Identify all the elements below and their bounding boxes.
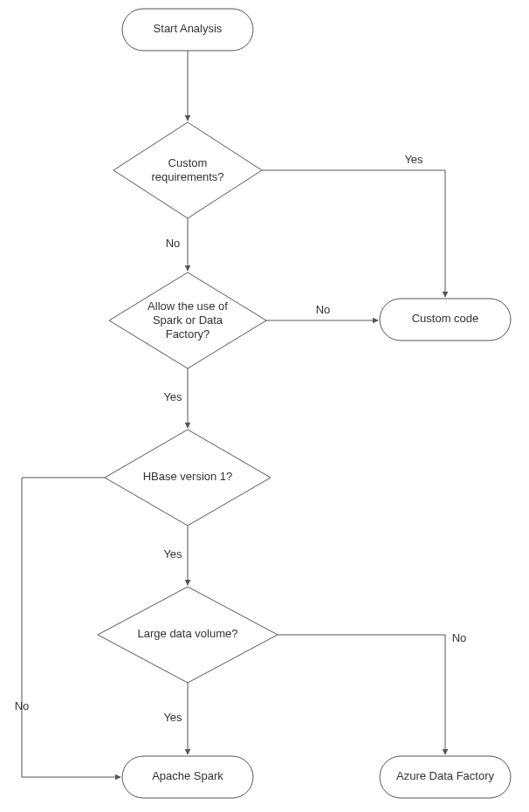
node-d4: Large data volume? [98,587,278,683]
node-d2-line2: Spark or Data [153,313,223,327]
node-spark: Apache Spark [122,756,253,798]
edge-d4-adf-label: No [452,631,467,644]
edge-d3-spark-label: No [15,699,30,712]
node-adf: Azure Data Factory [380,756,511,798]
edge-d2-custom-label: No [316,303,331,316]
node-d1: Custom requirements? [113,122,262,218]
node-start-label: Start Analysis [154,22,223,35]
node-start: Start Analysis [122,9,253,51]
edge-d2-d3-label: Yes [163,390,182,403]
node-custom-label: Custom code [412,312,479,325]
edge-d4-adf [278,635,445,754]
flowchart: Start Analysis Custom requirements? Yes … [0,0,529,812]
node-d1-line2: requirements? [151,170,223,183]
edge-d3-d4-label: Yes [163,547,182,561]
edge-d1-custom [262,170,445,297]
edge-d3-spark [22,478,120,777]
node-d3-label: HBase version 1? [143,470,233,483]
node-d1-line1: Custom [168,156,208,169]
edge-d4-spark-label: Yes [163,711,182,724]
node-d2-line3: Factory? [166,327,210,341]
node-adf-label: Azure Data Factory [396,769,494,782]
node-spark-label: Apache Spark [152,769,223,782]
node-d2-line1: Allow the use of [148,299,228,313]
node-custom: Custom code [380,299,511,341]
node-d3: HBase version 1? [105,430,271,526]
node-d2: Allow the use of Spark or Data Factory? [109,272,266,368]
node-d4-label: Large data volume? [138,627,238,640]
edge-d1-d2-label: No [166,237,181,250]
edge-d1-custom-label: Yes [404,153,423,166]
